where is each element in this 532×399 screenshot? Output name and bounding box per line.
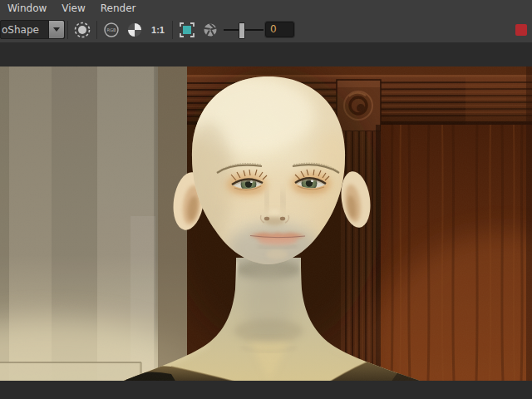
menu-render[interactable]: Render	[93, 0, 144, 17]
toolbar-separator	[96, 21, 97, 39]
region-render-button[interactable]	[177, 19, 197, 41]
region-marquee-icon	[179, 22, 195, 38]
exposure-input[interactable]: 0	[265, 22, 294, 37]
menu-view[interactable]: View	[54, 0, 92, 17]
status-bar	[0, 381, 532, 399]
slider-handle[interactable]	[239, 22, 245, 39]
stop-render-swatch[interactable]	[515, 24, 527, 36]
render-grain-overlay	[0, 66, 532, 381]
menu-window[interactable]: Window	[0, 0, 54, 17]
zoom-ratio-label: 1:1	[151, 25, 165, 35]
rendered-image	[0, 66, 532, 381]
svg-text:RGB: RGB	[106, 27, 116, 32]
background-checker-button[interactable]	[125, 19, 145, 41]
background-checker-icon	[127, 22, 142, 37]
camera-select-value: oShape	[1, 24, 48, 36]
zoom-1to1-button[interactable]: 1:1	[148, 19, 168, 41]
chevron-down-icon[interactable]	[48, 21, 64, 38]
rgb-channels-icon: RGB	[103, 22, 120, 38]
aperture-button[interactable]	[200, 19, 220, 41]
toolbar-separator	[172, 21, 173, 39]
render-viewport[interactable]	[0, 66, 532, 381]
render-target-button[interactable]	[72, 19, 92, 41]
toolbar-separator	[67, 21, 68, 39]
menu-bar: Window View Render	[0, 0, 532, 17]
camera-select[interactable]: oShape	[0, 20, 65, 39]
render-view-window: Window View Render oShape RGB	[0, 0, 532, 399]
render-target-icon	[73, 21, 91, 39]
toolbar: oShape RGB 1:1	[0, 17, 532, 42]
exposure-slider[interactable]	[224, 19, 264, 41]
viewport-top-margin	[0, 42, 532, 66]
rgb-channels-button[interactable]: RGB	[101, 19, 121, 41]
aperture-icon	[203, 22, 218, 37]
